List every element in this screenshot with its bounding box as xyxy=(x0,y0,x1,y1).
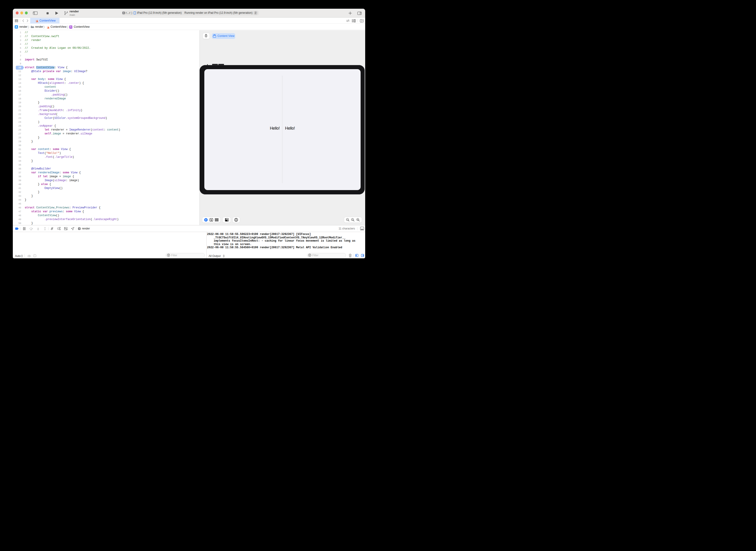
svg-text:1: 1 xyxy=(352,219,353,220)
